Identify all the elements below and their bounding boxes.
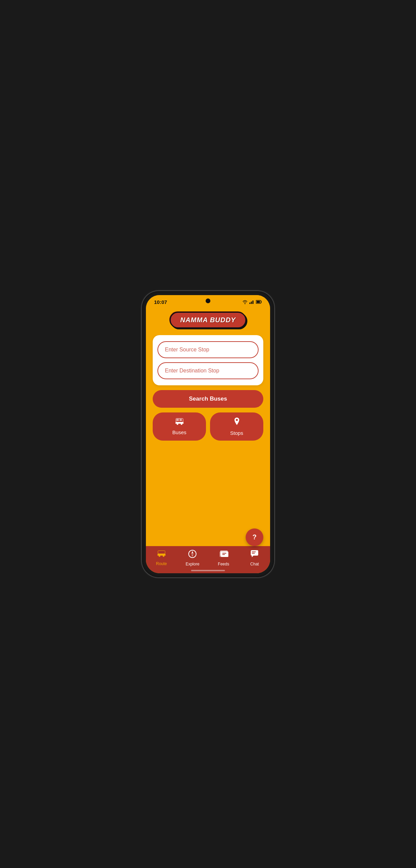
phone-screen: 10:07 (146, 295, 270, 573)
chat-label: Chat (250, 562, 259, 566)
stops-button[interactable]: Stops (210, 412, 263, 441)
buses-button[interactable]: Buses (153, 412, 206, 441)
svg-rect-0 (249, 303, 250, 304)
source-input[interactable] (157, 341, 259, 358)
status-time: 10:07 (154, 299, 167, 305)
nav-item-route[interactable]: Route (146, 550, 177, 566)
logo-text: NAMMA BUDDY (180, 316, 236, 324)
app-header: NAMMA BUDDY (146, 306, 270, 335)
fab-container: ? (246, 528, 263, 546)
home-indicator (191, 570, 225, 571)
nav-item-chat[interactable]: Chat (239, 549, 270, 566)
logo-badge: NAMMA BUDDY (170, 312, 246, 328)
svg-rect-2 (252, 301, 253, 304)
main-content: Search Buses (146, 335, 270, 546)
status-icons (242, 300, 262, 304)
svg-point-12 (236, 419, 238, 421)
svg-marker-19 (191, 551, 193, 554)
feeds-label: Feeds (218, 562, 229, 566)
explore-compass-icon (188, 549, 197, 560)
svg-rect-24 (222, 553, 226, 554)
search-card (153, 335, 263, 385)
location-icon (233, 417, 241, 428)
nav-item-feeds[interactable]: Feeds (208, 549, 239, 566)
search-buses-button[interactable]: Search Buses (153, 390, 263, 408)
svg-rect-9 (175, 422, 184, 424)
svg-rect-11 (179, 419, 182, 421)
svg-rect-4 (257, 301, 260, 303)
bus-icon (175, 417, 184, 427)
route-label: Route (156, 561, 167, 566)
svg-rect-17 (157, 554, 166, 556)
svg-rect-14 (158, 551, 165, 554)
feeds-stack-icon (219, 549, 228, 560)
svg-rect-1 (251, 302, 252, 304)
camera-notch (206, 298, 210, 303)
nav-item-explore[interactable]: Explore (177, 549, 208, 566)
stops-label: Stops (230, 430, 243, 436)
destination-input[interactable] (157, 362, 259, 379)
svg-rect-27 (252, 552, 256, 552)
route-bus-icon (157, 550, 166, 560)
buses-label: Buses (172, 429, 187, 435)
bottom-nav: Route Explore (146, 546, 270, 573)
chat-icon (250, 549, 259, 560)
quick-actions: Buses Stops (153, 412, 263, 441)
explore-label: Explore (186, 562, 200, 566)
svg-rect-10 (176, 419, 179, 421)
question-icon: ? (252, 533, 257, 541)
signal-icon (249, 300, 254, 304)
battery-icon (256, 300, 262, 304)
svg-marker-20 (191, 554, 193, 557)
svg-rect-28 (252, 553, 255, 554)
wifi-icon (242, 300, 248, 304)
help-fab-button[interactable]: ? (246, 528, 263, 546)
phone-frame: 10:07 (142, 291, 274, 577)
svg-rect-25 (222, 554, 225, 555)
